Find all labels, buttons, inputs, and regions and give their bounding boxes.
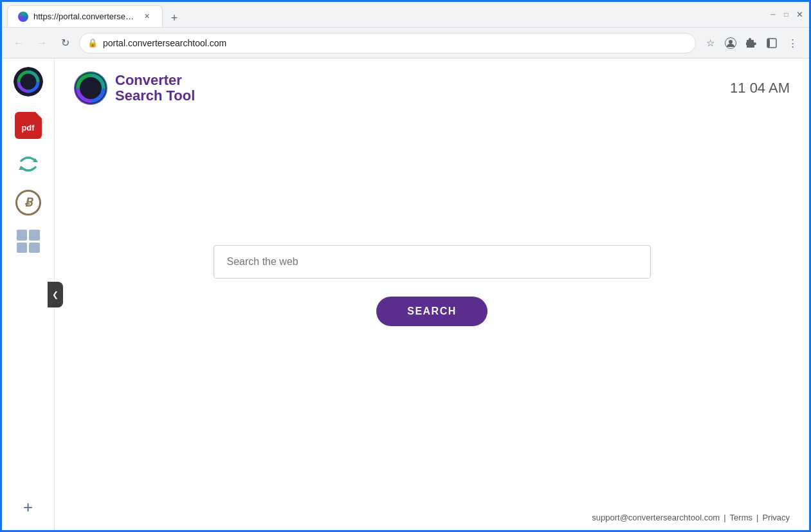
main-area: pdf Ƀ <box>2 59 809 530</box>
lock-icon: 🔒 <box>87 38 98 48</box>
tab-favicon <box>18 12 28 22</box>
support-email-link[interactable]: support@convertersearchtool.com <box>592 513 720 522</box>
brand-name-line1: Converter <box>115 73 195 88</box>
privacy-link[interactable]: Privacy <box>762 513 790 522</box>
sidebar-extensions-icon[interactable] <box>763 34 781 52</box>
tab-bar: https://portal.convertersearchtoo... ✕ + <box>7 2 763 27</box>
bookmark-star-icon[interactable]: ☆ <box>701 34 719 52</box>
svg-point-7 <box>75 73 106 104</box>
page-footer: support@convertersearchtool.com | Terms … <box>55 505 809 530</box>
page-content: Converter Search Tool 11 04 AM SEARCH su… <box>55 59 809 530</box>
new-tab-button[interactable]: + <box>165 9 183 27</box>
tab-title: https://portal.convertersearchtoo... <box>33 12 136 21</box>
close-button[interactable]: ✕ <box>796 10 804 19</box>
bitcoin-icon: Ƀ <box>15 190 41 216</box>
sidebar: pdf Ƀ <box>2 59 55 530</box>
brand-logo-icon <box>74 71 107 105</box>
svg-point-1 <box>729 40 733 44</box>
chevron-left-icon: ❮ <box>52 290 59 299</box>
reload-button[interactable]: ↻ <box>56 34 74 52</box>
search-button[interactable]: SEARCH <box>376 297 488 326</box>
active-tab[interactable]: https://portal.convertersearchtoo... ✕ <box>7 5 163 27</box>
brand-name-line2: Search Tool <box>115 88 195 104</box>
search-area: SEARCH <box>55 118 809 505</box>
url-text: portal.convertersearchtool.com <box>103 38 688 48</box>
time-display: 11 04 AM <box>730 80 790 96</box>
footer-separator-1: | <box>724 513 725 522</box>
window-controls: ─ □ ✕ <box>769 10 804 19</box>
extensions-icon[interactable] <box>742 34 760 52</box>
forward-button[interactable]: → <box>33 34 51 52</box>
tab-close-button[interactable]: ✕ <box>141 12 152 22</box>
search-input[interactable] <box>214 245 651 279</box>
sidebar-item-converter[interactable] <box>13 149 44 179</box>
terms-link[interactable]: Terms <box>730 513 752 522</box>
sidebar-item-bitcoin[interactable]: Ƀ <box>13 187 44 218</box>
sidebar-collapse-button[interactable]: ❮ <box>48 282 63 307</box>
back-button[interactable]: ← <box>10 34 28 52</box>
footer-separator-2: | <box>756 513 758 522</box>
brand-name: Converter Search Tool <box>115 73 195 104</box>
sidebar-add-button[interactable]: + <box>13 491 44 522</box>
search-input-container <box>214 245 651 279</box>
browser-frame: https://portal.convertersearchtoo... ✕ +… <box>0 0 811 532</box>
sidebar-item-grid[interactable] <box>13 226 44 257</box>
toolbar-icons: ☆ ⋮ <box>701 34 801 52</box>
add-icon: + <box>15 494 41 520</box>
menu-icon[interactable]: ⋮ <box>783 34 801 52</box>
address-bar: ← → ↻ 🔒 portal.convertersearchtool.com ☆ <box>2 28 809 59</box>
maximize-button[interactable]: □ <box>782 10 790 19</box>
title-bar: https://portal.convertersearchtoo... ✕ +… <box>2 2 809 28</box>
sidebar-logo <box>13 66 44 97</box>
sidebar-item-pdf[interactable]: pdf <box>13 110 44 141</box>
minimize-button[interactable]: ─ <box>769 10 777 19</box>
grid-icon <box>17 230 40 253</box>
brand-logo: Converter Search Tool <box>74 71 195 105</box>
svg-rect-3 <box>767 39 770 48</box>
profile-icon[interactable] <box>722 34 740 52</box>
url-bar[interactable]: 🔒 portal.convertersearchtool.com <box>79 33 696 53</box>
page-header: Converter Search Tool 11 04 AM <box>55 59 809 118</box>
